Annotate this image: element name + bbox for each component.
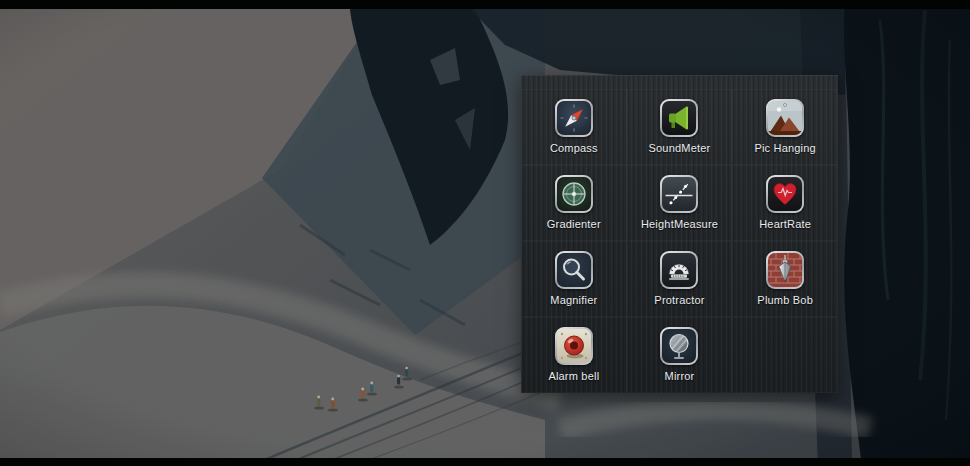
height-measure-icon	[660, 175, 698, 213]
app-label: Pic Hanging	[754, 142, 816, 155]
compass-icon	[555, 99, 593, 137]
megaphone-icon	[660, 99, 698, 137]
app-alarm-bell[interactable]: Alarm bell	[521, 317, 627, 393]
plumb-bob-icon	[766, 251, 804, 289]
app-gradienter[interactable]: Gradienter	[521, 165, 627, 241]
app-label: SoundMeter	[649, 142, 711, 155]
app-label: HeightMeasure	[641, 218, 718, 231]
app-label: Gradienter	[547, 218, 601, 231]
app-plumb-bob[interactable]: Plumb Bob	[732, 241, 838, 317]
device-screen: Compass SoundMeter	[0, 0, 970, 466]
app-label: Mirror	[665, 370, 695, 383]
magnifying-glass-icon	[555, 251, 593, 289]
app-folder-panel: Compass SoundMeter	[521, 75, 838, 393]
empty-cell	[732, 317, 838, 393]
app-mirror[interactable]: Mirror	[627, 317, 733, 393]
app-compass[interactable]: Compass	[521, 89, 627, 165]
bubble-level-icon	[555, 175, 593, 213]
app-pic-hanging[interactable]: Pic Hanging	[732, 89, 838, 165]
app-label: Compass	[550, 142, 598, 155]
app-heightmeasure[interactable]: HeightMeasure	[627, 165, 733, 241]
app-label: Plumb Bob	[757, 294, 813, 307]
app-label: Protractor	[654, 294, 704, 307]
letterbox-bottom	[0, 458, 970, 466]
app-label: Magnifier	[550, 294, 597, 307]
heart-icon	[766, 175, 804, 213]
letterbox-top	[0, 0, 970, 9]
hand-mirror-icon	[660, 327, 698, 365]
app-protractor[interactable]: Protractor	[627, 241, 733, 317]
app-label: HeartRate	[759, 218, 811, 231]
alarm-bell-icon	[555, 327, 593, 365]
framed-picture-icon	[766, 99, 804, 137]
app-heartrate[interactable]: HeartRate	[732, 165, 838, 241]
app-soundmeter[interactable]: SoundMeter	[627, 89, 733, 165]
app-label: Alarm bell	[548, 370, 599, 383]
app-magnifier[interactable]: Magnifier	[521, 241, 627, 317]
protractor-icon	[660, 251, 698, 289]
